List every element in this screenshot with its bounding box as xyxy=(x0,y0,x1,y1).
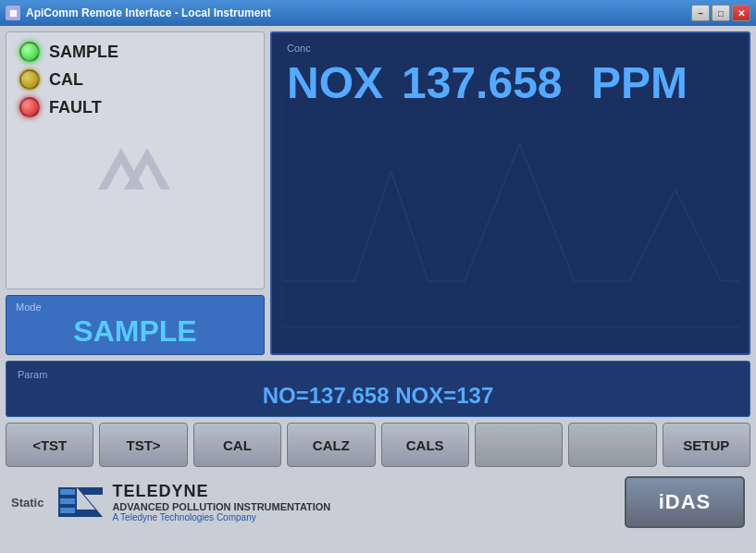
instrument-logo xyxy=(19,134,251,199)
window-title: ApiComm Remote Interface - Local Instrum… xyxy=(26,6,271,19)
titlebar-controls[interactable]: – □ ✕ xyxy=(691,5,750,21)
param-section: Param NO=137.658 NOX=137 xyxy=(6,361,750,417)
teledyne-logo xyxy=(58,480,103,524)
status-panel: SAMPLE CAL FAULT xyxy=(6,31,265,289)
svg-rect-12 xyxy=(60,489,75,495)
idas-button[interactable]: iDAS xyxy=(625,476,745,528)
spacer-button-1 xyxy=(475,423,563,467)
tst-prev-button[interactable]: <TST xyxy=(6,423,93,467)
cal-button[interactable]: CAL xyxy=(193,423,281,467)
main-display: Conc NOX 137.658 PPM xyxy=(270,31,750,355)
status-label-sample: SAMPLE xyxy=(49,43,118,62)
status-label-fault: FAULT xyxy=(49,98,102,117)
static-label: Static xyxy=(11,496,43,510)
company-info: Static TELEDYNE ADVANCED POLLUTION INSTR… xyxy=(11,480,330,524)
led-fault xyxy=(19,97,40,117)
maximize-button[interactable]: □ xyxy=(712,5,730,21)
company-sub: ADVANCED POLLUTION INSTRUMENTATION xyxy=(112,501,330,512)
svg-rect-14 xyxy=(60,508,75,513)
status-item-sample: SAMPLE xyxy=(19,42,251,62)
left-panel: SAMPLE CAL FAULT xyxy=(6,31,265,355)
top-section: SAMPLE CAL FAULT xyxy=(6,31,750,355)
status-item-fault: FAULT xyxy=(19,97,251,117)
bottom-bar: Static TELEDYNE ADVANCED POLLUTION INSTR… xyxy=(6,473,750,532)
titlebar-left: ▦ ApiComm Remote Interface - Local Instr… xyxy=(6,6,271,20)
svg-marker-11 xyxy=(77,487,103,517)
tst-next-button[interactable]: TST> xyxy=(99,423,187,467)
mode-box: Mode SAMPLE xyxy=(6,295,265,355)
led-cal xyxy=(19,69,40,90)
param-value: NO=137.658 NOX=137 xyxy=(18,383,738,409)
conc-label: Conc xyxy=(287,43,734,54)
app-icon: ▦ xyxy=(6,6,20,20)
logo-svg xyxy=(89,134,181,199)
minimize-button[interactable]: – xyxy=(691,5,710,21)
company-tag: A Teledyne Technologies Company xyxy=(112,512,330,522)
window-body: SAMPLE CAL FAULT xyxy=(0,26,756,553)
calz-button[interactable]: CALZ xyxy=(287,423,375,467)
button-row: <TST TST> CAL CALZ CALS SETUP xyxy=(6,423,750,467)
company-text: TELEDYNE ADVANCED POLLUTION INSTRUMENTAT… xyxy=(112,482,330,522)
mode-label: Mode xyxy=(16,301,254,313)
idas-label: iDAS xyxy=(659,490,712,514)
setup-button[interactable]: SETUP xyxy=(663,423,750,467)
mode-value: SAMPLE xyxy=(16,314,254,349)
svg-rect-13 xyxy=(60,498,75,504)
param-label: Param xyxy=(18,369,738,380)
close-button[interactable]: ✕ xyxy=(732,5,750,21)
cals-button[interactable]: CALS xyxy=(381,423,469,467)
status-item-cal: CAL xyxy=(19,69,251,90)
spacer-button-2 xyxy=(568,423,656,467)
titlebar: ▦ ApiComm Remote Interface - Local Instr… xyxy=(0,0,756,26)
status-label-cal: CAL xyxy=(49,70,83,90)
led-sample xyxy=(19,42,40,62)
graph-background xyxy=(281,98,739,327)
company-name: TELEDYNE xyxy=(112,482,330,501)
